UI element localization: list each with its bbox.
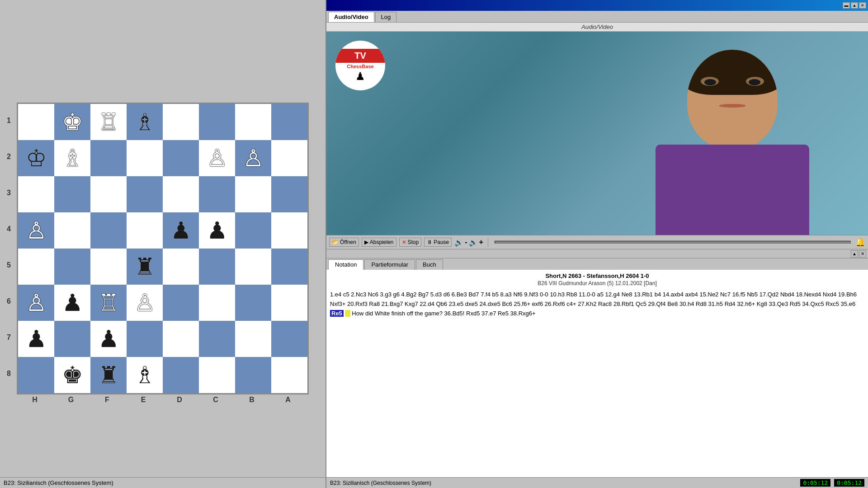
cell-f5[interactable] <box>90 249 127 285</box>
open-icon: 📂 <box>332 239 339 245</box>
cell-g3[interactable] <box>54 176 90 212</box>
cell-h5[interactable] <box>18 249 54 285</box>
cell-h3[interactable] <box>18 176 54 212</box>
cell-a3[interactable] <box>271 176 307 212</box>
cell-g2[interactable]: ♗ <box>54 140 90 176</box>
tab-buch[interactable]: Buch <box>416 259 443 270</box>
piece-e6: ♙ <box>134 291 156 314</box>
cell-g8[interactable]: ♚ <box>54 357 90 393</box>
file-d: D <box>161 396 198 404</box>
cell-d6[interactable] <box>163 285 199 321</box>
notation-close[interactable]: ✕ <box>859 250 866 258</box>
cell-c4[interactable]: ♟ <box>199 212 235 249</box>
cell-f4[interactable] <box>90 212 127 249</box>
cell-d4[interactable]: ♟ <box>163 212 199 249</box>
cell-e1[interactable]: ♗ <box>127 104 163 140</box>
chessbase-label: ChessBase <box>346 63 374 70</box>
cell-d2[interactable] <box>163 140 199 176</box>
cell-h4[interactable]: ♙ <box>18 212 54 249</box>
cell-a1[interactable] <box>271 104 307 140</box>
vol-up-btn[interactable]: + <box>479 238 483 246</box>
cell-f3[interactable] <box>90 176 127 212</box>
cell-f6[interactable]: ♖ <box>90 285 127 321</box>
cell-h6[interactable]: ♙ <box>18 285 54 321</box>
tab-notation[interactable]: Notation <box>328 259 363 270</box>
cell-e7[interactable] <box>127 321 163 357</box>
divider <box>488 238 488 247</box>
open-button[interactable]: 📂 Öffnen <box>329 238 359 247</box>
board-status-bar: B23: Sizilianisch (Geschlossenes System) <box>0 477 326 488</box>
cell-h1[interactable] <box>18 104 54 140</box>
cell-d3[interactable] <box>163 176 199 212</box>
cell-a8[interactable] <box>271 357 307 393</box>
cell-g4[interactable] <box>54 212 90 249</box>
cell-e3[interactable] <box>127 176 163 212</box>
cell-d1[interactable] <box>163 104 199 140</box>
cell-e8[interactable]: ♗ <box>127 357 163 393</box>
cell-b3[interactable] <box>235 176 271 212</box>
cell-d8[interactable] <box>163 357 199 393</box>
cell-d7[interactable] <box>163 321 199 357</box>
cell-b5[interactable] <box>235 249 271 285</box>
rank-1: 1 <box>7 103 11 139</box>
cell-a6[interactable] <box>271 285 307 321</box>
cell-h2[interactable]: ♔ <box>18 140 54 176</box>
minimize-button[interactable]: ▬ <box>843 2 850 9</box>
maximize-button[interactable]: ▲ <box>851 2 858 9</box>
piece-c4: ♟ <box>207 219 228 242</box>
tab-audio-video[interactable]: Audio/Video <box>328 12 374 22</box>
cell-g1[interactable]: ♚ <box>54 104 90 140</box>
piece-f8: ♜ <box>98 363 119 387</box>
pause-button[interactable]: ⏸ Pause <box>424 238 452 247</box>
notation-content[interactable]: Short,N 2663 - Stefansson,H 2604 1-0 B26… <box>326 270 868 477</box>
cell-a5[interactable] <box>271 249 307 285</box>
file-labels: H G F E D C B A <box>17 396 306 404</box>
cell-e4[interactable] <box>127 212 163 249</box>
cell-c7[interactable] <box>199 321 235 357</box>
cell-g6[interactable]: ♟ <box>54 285 90 321</box>
cell-b1[interactable] <box>235 104 271 140</box>
cell-g7[interactable] <box>54 321 90 357</box>
cell-f1[interactable]: ♖ <box>90 104 127 140</box>
video-controls: 📂 Öffnen ▶ Abspielen ✕ Stop ⏸ Pause 🔊 - … <box>326 235 868 249</box>
cell-b6[interactable] <box>235 285 271 321</box>
volume-control[interactable]: 🔊 - 🔊 + <box>454 238 483 247</box>
moves-text: 1.e4 c5 2.Nc3 Nc6 3.g3 g6 4.Bg2 Bg7 5.d3… <box>330 290 864 318</box>
cell-b2[interactable]: ♙ <box>235 140 271 176</box>
progress-bar[interactable] <box>495 241 851 244</box>
cell-b4[interactable] <box>235 212 271 249</box>
cell-c6[interactable] <box>199 285 235 321</box>
cell-h7[interactable]: ♟ <box>18 321 54 357</box>
cell-a4[interactable] <box>271 212 307 249</box>
cell-f8[interactable]: ♜ <box>90 357 127 393</box>
close-button[interactable]: ✕ <box>859 2 866 9</box>
cell-c2[interactable]: ♙ <box>199 140 235 176</box>
cell-c5[interactable] <box>199 249 235 285</box>
stop-button[interactable]: ✕ Stop <box>399 238 422 247</box>
tab-log[interactable]: Log <box>375 12 397 22</box>
cell-c1[interactable] <box>199 104 235 140</box>
tab-partieformular[interactable]: Partieformular <box>364 259 415 270</box>
cell-f2[interactable] <box>90 140 127 176</box>
cell-a7[interactable] <box>271 321 307 357</box>
tv-chessbase-logo: TV ChessBase ♟ <box>335 41 385 90</box>
cell-b7[interactable] <box>235 321 271 357</box>
cell-e2[interactable] <box>127 140 163 176</box>
cell-f7[interactable]: ♟ <box>90 321 127 357</box>
cell-g5[interactable] <box>54 249 90 285</box>
piece-h2: ♔ <box>26 146 47 170</box>
notation-scroll-up[interactable]: ▲ <box>851 250 858 258</box>
game-header2: B26 VIII Gudmundur Arason (5) 12.01.2002… <box>330 280 864 286</box>
cell-c8[interactable] <box>199 357 235 393</box>
vol-down-btn[interactable]: - <box>465 238 467 246</box>
cell-h8[interactable] <box>18 357 54 393</box>
cell-b8[interactable] <box>235 357 271 393</box>
file-a: A <box>270 396 306 404</box>
chess-board[interactable]: ♚ ♖ ♗ ♔ ♗ ♙ ♙ <box>17 103 309 394</box>
cell-e5[interactable]: ♜ <box>127 249 163 285</box>
cell-a2[interactable] <box>271 140 307 176</box>
cell-d5[interactable] <box>163 249 199 285</box>
cell-e6[interactable]: ♙ <box>127 285 163 321</box>
play-button[interactable]: ▶ Abspielen <box>362 238 396 247</box>
cell-c3[interactable] <box>199 176 235 212</box>
